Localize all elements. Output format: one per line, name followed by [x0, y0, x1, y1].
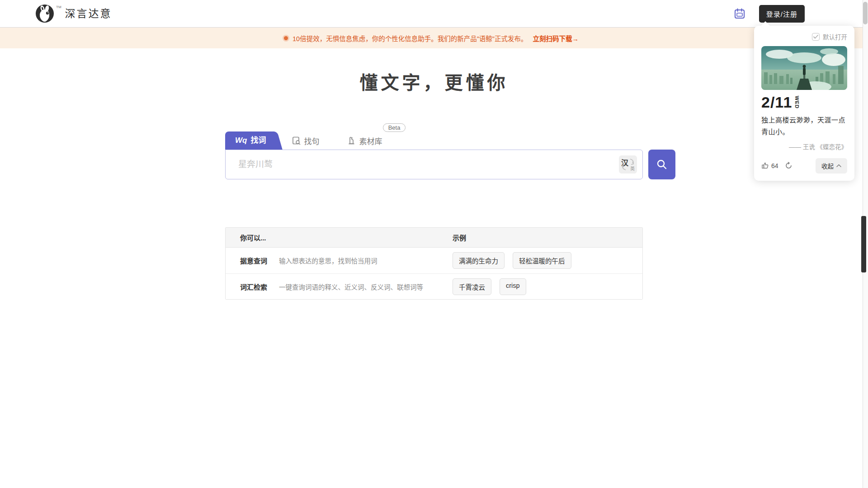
tab-library[interactable]: 素材库 Beta [340, 131, 389, 150]
default-open-checkbox[interactable] [812, 33, 820, 41]
brand-name: 深言达意 [65, 4, 112, 23]
beta-badge: Beta [383, 123, 406, 132]
refresh-button[interactable] [785, 162, 793, 169]
table-row: 据意查词 输入想表达的意思，找到恰当用词 满满的生命力 轻松温暖的午后 [226, 248, 642, 273]
language-toggle[interactable]: 汉 英 [619, 155, 637, 174]
search-bar: 汉 英 [225, 150, 704, 179]
example-chip[interactable]: crisp [500, 278, 526, 295]
search-button[interactable] [648, 150, 675, 179]
search-box: 汉 英 [225, 150, 643, 179]
like-button[interactable]: 64 [761, 162, 778, 169]
feature-description: 一键查询词语的释义、近义词、反义词、联想词等 [279, 282, 423, 291]
banner-dot-icon [284, 36, 288, 40]
daily-illustration [761, 46, 847, 90]
feature-description: 输入想表达的意思，找到恰当用词 [279, 256, 377, 265]
like-count: 64 [771, 162, 778, 169]
search-input[interactable] [226, 151, 619, 178]
collapse-button[interactable]: 收起 [816, 158, 847, 174]
tab-library-label: 素材库 [359, 135, 382, 146]
thumbs-up-icon [761, 162, 769, 169]
search-tabs: Wq 找词 找句 素材库 Beta [225, 131, 643, 150]
weekday-label: WED [794, 96, 800, 109]
tab-find-word-label: 找词 [250, 131, 266, 150]
search-icon [656, 159, 668, 170]
example-chip[interactable]: 轻松温暖的午后 [513, 252, 571, 269]
poem-attribution: —— 王诜 《蝶恋花》 [761, 142, 847, 151]
tab-find-word[interactable]: Wq 找词 [225, 131, 274, 150]
feature-name: 据意查词 [240, 256, 267, 265]
example-chip[interactable]: 满满的生命力 [453, 252, 505, 269]
login-register-button[interactable]: 登录/注册 [759, 5, 805, 23]
refresh-icon [785, 162, 793, 169]
examples-table: 你可以... 示例 据意查词 输入想表达的意思，找到恰当用词 满满的生命力 轻松… [225, 227, 643, 300]
examples-table-header: 你可以... 示例 [226, 228, 642, 248]
example-chip[interactable]: 千霄凌云 [453, 278, 491, 295]
scrollbar-thumb-dark[interactable] [861, 216, 866, 272]
banner-download-link[interactable]: 立刻扫码下载→ [533, 33, 579, 43]
feature-name: 词汇检索 [240, 282, 267, 291]
daily-calendar-panel: 默认打开 [754, 26, 854, 181]
library-icon [347, 136, 356, 145]
table-row: 词汇检索 一键查询词语的释义、近义词、反义词、联想词等 千霄凌云 crisp [226, 273, 642, 299]
column-header-examples: 示例 [438, 233, 642, 242]
scrollbar-thumb[interactable] [863, 2, 868, 24]
header: TM 深言达意 登录/注册 [0, 0, 868, 28]
brand[interactable]: TM 深言达意 [35, 4, 112, 23]
swap-language-icon [619, 155, 637, 174]
column-header-capabilities: 你可以... [226, 233, 438, 242]
daily-poem: 独上高楼云渺渺，天涯一点青山小。 [761, 114, 847, 138]
chevron-up-icon [836, 164, 841, 167]
find-word-icon: Wq [235, 131, 247, 150]
check-icon [813, 35, 818, 39]
collapse-label: 收起 [821, 161, 834, 170]
announcement-banner: 10倍提效，无惧信息焦虑，你的个性化信息助手。我们的新产品"语鲸"正式发布。 立… [0, 28, 863, 48]
find-sentence-icon [292, 136, 301, 145]
tab-find-sentence-label: 找句 [304, 135, 319, 146]
tab-find-sentence[interactable]: 找句 [285, 131, 326, 150]
calendar-icon[interactable] [734, 8, 745, 19]
trademark-symbol: TM [56, 5, 61, 9]
date-label: 2/11 [761, 94, 792, 110]
brand-logo-icon [35, 4, 54, 23]
page-title: 懂文字，更懂你 [0, 68, 868, 94]
banner-text: 10倍提效，无惧信息焦虑，你的个性化信息助手。我们的新产品"语鲸"正式发布。 [292, 33, 527, 43]
default-open-label: 默认打开 [823, 32, 847, 41]
